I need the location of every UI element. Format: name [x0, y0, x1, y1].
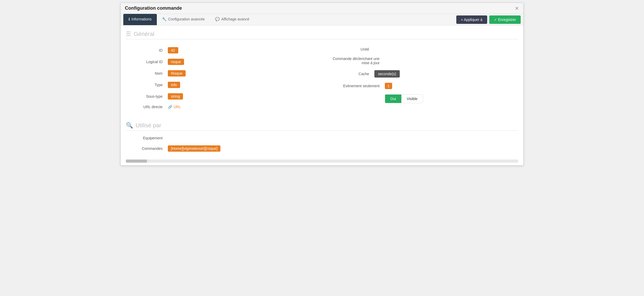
unite-row: Unité: [332, 45, 518, 54]
cache-label: Cache: [332, 72, 374, 76]
close-button[interactable]: ✕: [515, 6, 519, 11]
commande-label: Commande déclenchant unemise à jour: [332, 57, 385, 65]
commandes-value: [Home][vigimeteovirt][risque]: [168, 145, 220, 152]
utilise-par-title: Utilisé par: [136, 122, 161, 129]
tab-informations[interactable]: ℹ Informations: [123, 14, 157, 25]
tab-config-avancee-label: Configuration avancée: [168, 17, 205, 21]
commandes-row: Commandes [Home][vigimeteovirt][risque]: [126, 143, 518, 154]
visibility-toggle: Oui Visible: [385, 94, 423, 103]
tab-config-avancee[interactable]: 🔧 Configuration avancée: [157, 14, 210, 25]
evenement-value: 1: [385, 83, 392, 89]
equipement-row: Equipement: [126, 133, 518, 143]
content-area: ☰ Général ID 42 Logical ID risque Nom: [121, 25, 523, 165]
type-row: Type info: [126, 79, 322, 91]
info-tab-icon: ℹ: [129, 17, 130, 21]
evenement-row: Evènement seulement 1: [332, 80, 518, 92]
logical-id-label: Logical ID: [126, 60, 168, 64]
config-tab-icon: 🔧: [162, 17, 166, 21]
scrollbar-thumb[interactable]: [126, 160, 147, 163]
utilise-par-header: 🔍 Utilisé par: [126, 119, 518, 131]
window-title: Configuration commande: [125, 6, 182, 11]
id-row: ID 42: [126, 45, 322, 56]
search-icon: 🔍: [126, 122, 133, 129]
type-value: info: [168, 82, 180, 88]
id-value: 42: [168, 47, 178, 53]
logical-id-value: risque: [168, 59, 184, 65]
enregistrer-button[interactable]: ✓ Enregistrer: [489, 15, 521, 24]
appliquer-button[interactable]: + Appliquer à: [456, 15, 487, 24]
utilise-par-section: 🔍 Utilisé par Equipement Commandes [Home…: [126, 119, 518, 154]
right-column: Unité Commande déclenchant unemise à jou…: [322, 45, 518, 112]
scrollbar-track[interactable]: [126, 160, 518, 163]
cache-row: Cache seconde(s): [332, 68, 518, 80]
general-title: Général: [134, 31, 154, 37]
left-column: ID 42 Logical ID risque Nom Risque Type …: [126, 45, 322, 112]
commandes-label: Commandes: [126, 146, 168, 151]
visible-button[interactable]: Visible: [401, 95, 423, 103]
equipement-label: Equipement: [126, 136, 168, 140]
external-link-icon: 🔗: [168, 105, 172, 109]
oui-button[interactable]: Oui: [385, 95, 401, 103]
title-bar: Configuration commande ✕: [121, 3, 523, 14]
main-window: Configuration commande ✕ ℹ Informations …: [120, 3, 524, 166]
nom-value: Risque: [168, 70, 186, 76]
sous-type-row: Sous-type string: [126, 91, 322, 102]
cache-value: seconde(s): [374, 70, 400, 78]
sous-type-label: Sous-type: [126, 94, 168, 98]
nom-label: Nom: [126, 71, 168, 75]
url-link[interactable]: 🔗 URL: [168, 105, 181, 109]
tab-affichage-avance[interactable]: 💬 Affichage avancé: [210, 14, 254, 25]
general-section-header: ☰ Général: [126, 28, 518, 39]
general-icon: ☰: [126, 31, 131, 37]
tab-affichage-avance-label: Affichage avancé: [221, 17, 249, 21]
tab-bar: ℹ Informations 🔧 Configuration avancée 💬…: [121, 14, 523, 25]
nom-row: Nom Risque: [126, 68, 322, 79]
url-row: URL directe 🔗 URL: [126, 102, 322, 112]
url-label: URL directe: [126, 105, 168, 109]
evenement-label: Evènement seulement: [332, 84, 385, 88]
url-value: URL: [174, 105, 181, 109]
unite-label: Unité: [332, 47, 374, 51]
commande-row: Commande déclenchant unemise à jour: [332, 54, 518, 68]
general-form: ID 42 Logical ID risque Nom Risque Type …: [126, 42, 518, 114]
logical-id-row: Logical ID risque: [126, 56, 322, 68]
visibility-row: Oui Visible: [332, 92, 518, 106]
scrollbar-area: [126, 160, 518, 163]
affichage-tab-icon: 💬: [215, 17, 220, 21]
type-label: Type: [126, 83, 168, 87]
id-label: ID: [126, 48, 168, 52]
tab-informations-label: Informations: [131, 17, 152, 21]
sous-type-value: string: [168, 93, 183, 100]
